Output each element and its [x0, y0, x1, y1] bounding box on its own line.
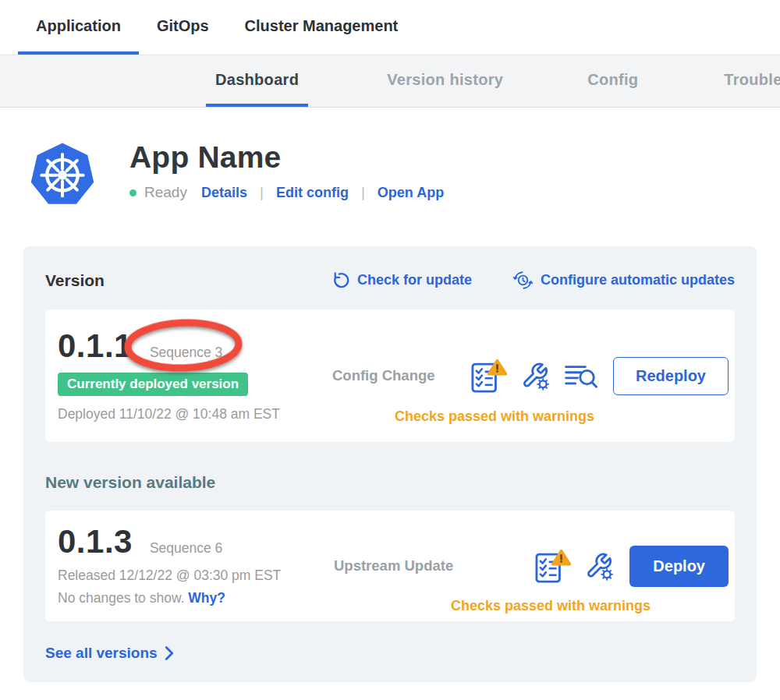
- details-link[interactable]: Details: [201, 185, 247, 201]
- app-sub-navigation: Dashboard Version history Config Trouble…: [0, 55, 780, 108]
- currently-deployed-badge: Currently deployed version: [58, 373, 248, 396]
- no-changes-text: No changes to show.: [58, 590, 184, 606]
- available-version-number: 0.1.3: [58, 525, 133, 558]
- topnav-item-cluster-management[interactable]: Cluster Management: [227, 0, 417, 55]
- available-checks-status: Checks passed with warnings: [451, 598, 651, 614]
- current-source-label: Config Change: [332, 367, 470, 384]
- top-navigation: Application GitOps Cluster Management: [0, 0, 780, 55]
- chevron-right-icon: [164, 645, 175, 661]
- check-for-update-link[interactable]: Check for update: [330, 270, 472, 291]
- auto-update-clock-icon: [512, 270, 534, 291]
- tab-dashboard[interactable]: Dashboard: [206, 55, 308, 107]
- version-panel-title: Version: [45, 271, 105, 290]
- refresh-icon: [330, 270, 350, 291]
- app-header: App Name Ready Details | Edit config | O…: [29, 140, 780, 207]
- deploy-button[interactable]: Deploy: [629, 546, 729, 587]
- released-timestamp: Released 12/12/22 @ 03:30 pm EST: [58, 567, 334, 584]
- no-changes-line: No changes to show. Why?: [58, 590, 334, 606]
- current-version-card: 0.1.1 Sequence 3 Currently deployed vers…: [45, 309, 735, 442]
- edit-config-link[interactable]: Edit config: [276, 185, 349, 201]
- see-all-versions-link[interactable]: See all versions: [45, 645, 735, 662]
- separator: |: [361, 184, 365, 201]
- available-sequence-label: Sequence 6: [150, 540, 222, 557]
- topnav-item-gitops[interactable]: GitOps: [139, 0, 227, 55]
- status-ready-dot: [129, 189, 136, 196]
- preflight-checks-warning-icon[interactable]: [534, 549, 572, 584]
- kubernetes-logo-icon: [29, 140, 96, 207]
- tab-config[interactable]: Config: [578, 55, 647, 107]
- page-title: App Name: [129, 140, 444, 175]
- separator: |: [260, 184, 264, 201]
- why-link[interactable]: Why?: [188, 590, 225, 606]
- see-all-versions-label: See all versions: [45, 645, 158, 662]
- topnav-item-application[interactable]: Application: [18, 0, 139, 55]
- check-for-update-label: Check for update: [357, 272, 472, 288]
- config-wrench-icon[interactable]: [585, 552, 614, 581]
- current-checks-status: Checks passed with warnings: [395, 408, 594, 425]
- tab-version-history[interactable]: Version history: [378, 55, 512, 107]
- deployed-timestamp: Deployed 11/10/22 @ 10:48 am EST: [58, 406, 332, 422]
- available-version-card: 0.1.3 Sequence 6 Released 12/12/22 @ 03:…: [45, 511, 735, 621]
- open-app-link[interactable]: Open App: [378, 185, 444, 201]
- current-version-number: 0.1.1: [58, 330, 133, 362]
- available-source-label: Upstream Update: [334, 557, 473, 574]
- configure-auto-updates-link[interactable]: Configure automatic updates: [512, 270, 735, 291]
- status-text: Ready: [144, 184, 187, 201]
- redeploy-button[interactable]: Redeploy: [613, 357, 729, 395]
- current-sequence-label: Sequence 3: [150, 345, 222, 361]
- new-version-heading: New version available: [45, 473, 735, 492]
- view-diff-search-icon[interactable]: [563, 362, 597, 389]
- config-wrench-icon[interactable]: [521, 362, 550, 391]
- preflight-checks-warning-icon[interactable]: [470, 359, 508, 394]
- configure-auto-updates-label: Configure automatic updates: [541, 272, 735, 288]
- version-panel: Version Check for update: [23, 246, 757, 682]
- tab-troubleshoot[interactable]: Troubleshoot: [714, 55, 780, 107]
